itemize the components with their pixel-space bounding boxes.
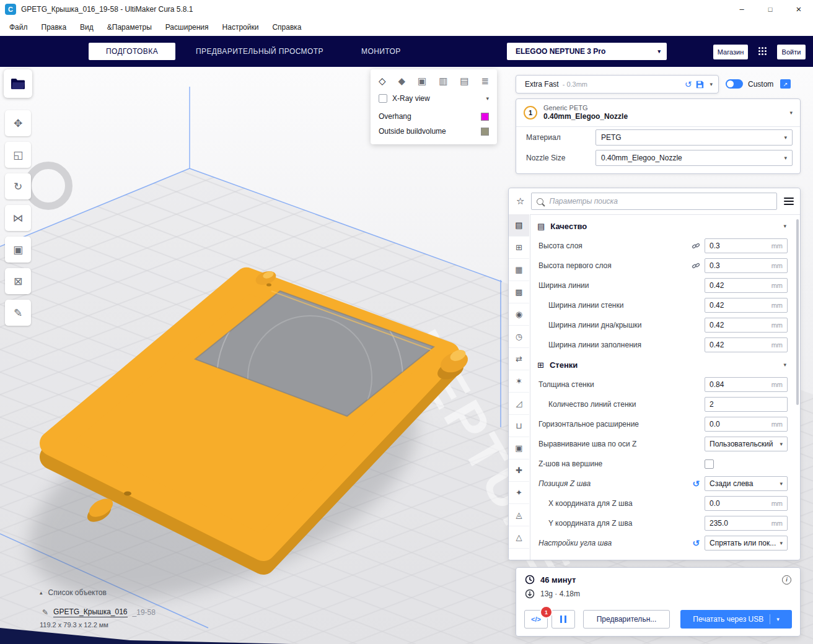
setting-value-field[interactable]: 0.42mm: [705, 278, 788, 293]
object-list-label: Список объектов: [48, 588, 107, 597]
setting-row: Высота первого слоя 0.3mm: [530, 256, 800, 276]
cube-solid-icon[interactable]: ◆: [398, 76, 406, 86]
export-gcode-button[interactable]: </> 1: [524, 610, 548, 629]
category-support-icon[interactable]: ◿: [509, 393, 529, 415]
custom-mode-toggle[interactable]: [726, 79, 743, 89]
category-mesh-fixes-icon[interactable]: ✚: [509, 459, 529, 482]
per-model-settings-button[interactable]: ▣: [5, 237, 31, 263]
overhang-color-swatch: [481, 113, 489, 121]
print-settings-panel: ☆ ▤ ⊞ ▦ ▩ ◉ ◷ ⇄ ✶ ◿ ⊔ ▣ ✚ ✦ ◬ △: [508, 188, 801, 560]
nozzle-row: Nozzle Size 0.40mm_Elegoo_Nozzle ▾: [516, 147, 800, 168]
category-cooling-icon[interactable]: ✶: [509, 370, 529, 393]
xray-checkbox[interactable]: [379, 94, 387, 103]
category-material-icon[interactable]: ◉: [509, 303, 529, 326]
section-walls[interactable]: ⊞ Стенки ▾: [530, 355, 800, 375]
category-travel-icon[interactable]: ⇄: [509, 348, 529, 370]
setting-label: Позиция Z шва: [538, 479, 692, 488]
setting-value-field[interactable]: 0.3mm: [705, 258, 788, 273]
setting-value-field[interactable]: 0.3mm: [705, 238, 788, 253]
object-name[interactable]: GPETG_Крышка_016: [53, 607, 127, 617]
setting-value-field[interactable]: 0.42mm: [705, 318, 788, 333]
scale-tool-button[interactable]: ◱: [5, 142, 31, 168]
rotate-tool-button[interactable]: ↻: [5, 173, 31, 199]
save-profile-icon[interactable]: [696, 80, 704, 89]
layers-icon[interactable]: ▤: [460, 76, 468, 86]
profile-selector[interactable]: Extra Fast - 0.3mm ↺ ▾: [516, 75, 719, 94]
category-dual-extrusion-icon[interactable]: ▣: [509, 437, 529, 459]
setting-row: Толщина стенки 0.84mm: [530, 375, 800, 394]
category-walls-icon[interactable]: ⊞: [509, 237, 529, 259]
move-tool-button[interactable]: ✥: [5, 110, 31, 136]
z-seam-on-vertex-checkbox[interactable]: [705, 459, 714, 469]
category-top-bottom-icon[interactable]: ▦: [509, 259, 529, 281]
print-over-usb-button[interactable]: Печатать через USB ▾: [680, 610, 792, 629]
search-input[interactable]: [548, 196, 771, 206]
category-speed-icon[interactable]: ◷: [509, 326, 529, 348]
setting-value-field[interactable]: 0.42mm: [705, 337, 788, 352]
chevron-down-icon: ▾: [783, 362, 786, 368]
material-usage: 13g · 4.18m: [540, 590, 580, 598]
setting-value-field[interactable]: 0.0mm: [705, 496, 788, 511]
setting-value-field[interactable]: 2: [705, 397, 788, 412]
cube-filled-icon[interactable]: ▣: [418, 76, 426, 86]
custom-supports-button[interactable]: ✎: [5, 300, 31, 326]
search-icon: [537, 198, 543, 205]
info-icon[interactable]: i: [782, 575, 791, 585]
section-quality[interactable]: ▤ Качество ▾: [530, 216, 800, 236]
setting-value-field[interactable]: 0.0mm: [705, 417, 788, 432]
support-blocker-icon: ⊠: [14, 275, 22, 288]
button-divider: [770, 614, 770, 624]
rename-pencil-icon[interactable]: ✎: [42, 608, 48, 617]
object-list-toggle[interactable]: ▴ Список объектов: [40, 588, 107, 597]
settings-menu-icon[interactable]: [784, 198, 794, 205]
settings-scrollbar[interactable]: [796, 219, 799, 405]
setting-row: Ширина линии дна/крышки 0.42mm: [530, 315, 800, 335]
revert-setting-icon[interactable]: ↺: [692, 479, 700, 489]
favorites-star-icon[interactable]: ☆: [516, 196, 524, 207]
section-title: Качество: [550, 222, 778, 231]
notification-badge: 1: [540, 606, 553, 619]
category-machine-icon[interactable]: △: [509, 526, 529, 549]
z-seam-alignment-select[interactable]: Пользовательский▾: [705, 437, 788, 451]
lines-icon[interactable]: ≣: [481, 76, 489, 86]
pause-button[interactable]: [552, 610, 575, 629]
open-file-button[interactable]: [4, 69, 32, 98]
cube-outline-icon[interactable]: ◇: [379, 76, 386, 86]
preview-button[interactable]: Предварительн...: [583, 610, 670, 629]
chevron-down-icon[interactable]: ▾: [710, 81, 713, 87]
material-select[interactable]: PETG ▾: [595, 129, 793, 146]
chevron-down-icon: ▾: [784, 155, 787, 161]
seam-corner-select[interactable]: Спрятать или пок...▾: [705, 536, 788, 550]
settings-search-box[interactable]: [531, 193, 777, 210]
setting-value-field[interactable]: 235.0mm: [705, 516, 788, 531]
category-quality-icon[interactable]: ▤: [509, 214, 529, 237]
profile-name: Extra Fast: [525, 80, 559, 89]
legend-label: Outside buildvolume: [379, 127, 481, 136]
setting-value-field[interactable]: 0.42mm: [705, 298, 788, 313]
object-list-item[interactable]: ✎ GPETG_Крышка_016 _19-58: [42, 607, 156, 617]
cube-striped-icon[interactable]: ▥: [439, 76, 447, 86]
legend-label: Overhang: [379, 112, 481, 121]
reset-profile-icon[interactable]: ↺: [685, 79, 692, 89]
category-special-modes-icon[interactable]: ✦: [509, 482, 529, 504]
category-infill-icon[interactable]: ▩: [509, 281, 529, 303]
z-seam-position-select[interactable]: Сзади слева▾: [705, 476, 788, 491]
link-icon: [692, 242, 700, 250]
chevron-down-icon[interactable]: ▾: [486, 95, 489, 102]
panel-expand-icon[interactable]: ↗: [780, 79, 791, 89]
setting-label: Толщина стенки: [538, 380, 705, 389]
clock-icon: [525, 575, 535, 585]
chevron-down-icon[interactable]: ▾: [776, 616, 780, 622]
setting-value-field[interactable]: 0.84mm: [705, 377, 788, 392]
extruder-header[interactable]: 1 Generic PETG 0.40mm_Elegoo_Nozzle ▾: [516, 99, 800, 127]
setting-row: Количество линий стенки 2: [530, 394, 800, 414]
setting-categories-strip: ▤ ⊞ ▦ ▩ ◉ ◷ ⇄ ✶ ◿ ⊔ ▣ ✚ ✦ ◬ △: [509, 214, 530, 560]
support-blocker-button[interactable]: ⊠: [5, 268, 31, 294]
nozzle-select[interactable]: 0.40mm_Elegoo_Nozzle ▾: [595, 150, 793, 166]
mirror-tool-button[interactable]: ⋈: [5, 205, 31, 231]
revert-setting-icon[interactable]: ↺: [692, 538, 700, 548]
chevron-down-icon: ▾: [784, 134, 787, 141]
category-experimental-icon[interactable]: ◬: [509, 504, 529, 526]
category-adhesion-icon[interactable]: ⊔: [509, 415, 529, 437]
code-icon: </>: [531, 616, 541, 623]
